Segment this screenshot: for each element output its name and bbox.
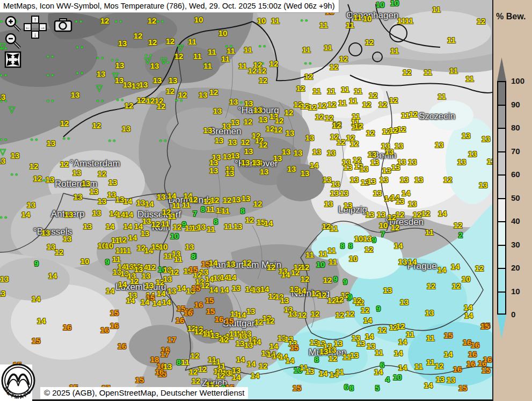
temp-value: 12 — [337, 138, 346, 146]
temp-value: 12 — [216, 371, 225, 380]
temp-value: 8 — [349, 384, 354, 392]
temp-value: 11 — [207, 225, 215, 233]
zoom-in-button[interactable] — [4, 15, 21, 34]
temp-value: 12 — [329, 354, 338, 362]
temp-value: 13 — [203, 126, 213, 134]
temp-value: 16 — [118, 342, 127, 350]
temp-value: 14 — [394, 349, 403, 357]
temp-value: 11 — [324, 43, 332, 52]
temp-value: 10 — [363, 14, 372, 23]
drizzle-symbol-icon: ●● — [76, 45, 85, 50]
temp-value: 9 — [343, 278, 347, 286]
temp-value: 14 — [398, 363, 407, 371]
temp-value: 11 — [329, 258, 337, 266]
temp-value: 11 — [208, 48, 216, 56]
temp-value: 14 — [128, 234, 137, 242]
temp-value: 13 — [344, 163, 353, 171]
temp-value: 11 — [203, 62, 212, 70]
pan-right-button[interactable]: → — [39, 23, 47, 31]
drizzle-symbol-icon: ●● — [76, 71, 85, 76]
temp-value: 13 — [228, 138, 237, 146]
fullscreen-button[interactable] — [4, 51, 21, 70]
temp-value: 13 — [118, 39, 127, 47]
temp-value: 7 — [381, 230, 385, 238]
temp-value: 9 — [376, 304, 381, 312]
scale-segment — [497, 268, 506, 291]
metmaps-logo[interactable]: METMAPS — [0, 358, 40, 401]
temp-value: 10 — [379, 221, 388, 229]
scale-tick-label: 0 — [511, 310, 515, 319]
temp-value: 10 — [257, 17, 266, 25]
temp-value: 11 — [244, 46, 252, 54]
zoom-out-magnifier-icon — [4, 32, 21, 49]
temp-value: 12 — [389, 126, 398, 134]
temp-value: 8 — [315, 355, 319, 363]
temp-value: 13 — [287, 165, 296, 173]
temp-value: 13 — [462, 132, 471, 140]
temp-value: 10 — [349, 254, 358, 263]
temp-value: 12 — [253, 200, 263, 208]
temp-value: 12 — [220, 336, 229, 344]
temp-value: 13 — [163, 275, 172, 283]
temp-value: 12 — [269, 60, 279, 68]
temp-value: 12 — [275, 116, 284, 125]
temp-value: 11 — [327, 87, 336, 95]
temp-value: 12 — [146, 97, 155, 105]
map-canvas[interactable]: ●●●●●●●●●●●●●●●●●●●●●●●●●●●●●●●●●●●●●●●●… — [0, 0, 492, 401]
temp-value: 11 — [432, 5, 441, 13]
temp-value: 13 — [350, 176, 359, 184]
temp-value: 10 — [376, 1, 385, 9]
scale-tick-label: 40 — [511, 216, 520, 225]
temp-value: 14 — [252, 338, 261, 346]
temp-value: 12 — [198, 365, 207, 373]
scale-segment — [497, 245, 506, 268]
legend-sidebar: % Bew. 1009080706050403020100 — [492, 0, 532, 401]
temp-value: 13 — [391, 163, 400, 171]
temp-value: 13 — [139, 81, 148, 89]
temp-value: 12 — [454, 221, 463, 229]
temp-value: 12 — [148, 38, 157, 46]
temp-value: 12 — [332, 121, 341, 129]
temp-value: 14 — [438, 209, 447, 217]
temp-value: 12 — [189, 368, 198, 376]
attribution[interactable]: © 2025 (AGB), OpenStreetMap, Deutscher W… — [40, 387, 248, 399]
temp-value: 9 — [348, 293, 352, 301]
pan-down-button[interactable]: ↓ — [31, 31, 39, 39]
pan-up-icon: ↑ — [34, 17, 37, 23]
pan-up-button[interactable]: ↑ — [31, 16, 39, 24]
temp-value: 15 — [293, 384, 302, 392]
temp-value: 11 — [341, 85, 349, 93]
snapshot-button[interactable] — [54, 18, 73, 35]
temp-value: 11 — [161, 220, 170, 228]
zoom-out-button[interactable] — [4, 32, 21, 52]
temp-value: 13 — [169, 76, 178, 84]
temp-value: 13 — [280, 296, 289, 304]
drizzle-symbol-icon: ●● — [47, 54, 56, 59]
temp-value: 13 — [468, 150, 477, 158]
temp-value: 14 — [319, 369, 328, 377]
temp-value: 13 — [153, 76, 162, 84]
temp-value: 14 — [228, 273, 237, 281]
temp-value: 12 — [353, 296, 362, 304]
drizzle-symbol-icon: ●● — [47, 73, 56, 78]
temp-value: 13 — [244, 341, 253, 349]
temp-value: 11 — [401, 111, 410, 119]
temp-value: 12 — [389, 96, 398, 104]
temp-value: 11 — [426, 334, 435, 342]
temp-value: 11 — [193, 52, 202, 60]
shower-arrow-icon: ▽ — [9, 105, 15, 113]
temp-value: 11 — [271, 17, 280, 25]
temp-value: 15 — [32, 337, 41, 345]
temp-value: 11 — [208, 355, 216, 363]
temp-value: 13 — [253, 106, 263, 114]
temp-value: 15 — [206, 307, 215, 315]
temp-value: 14 — [177, 284, 186, 292]
temp-value: 12 — [194, 327, 203, 336]
temp-value: 13 — [232, 284, 241, 292]
temp-value: 13 — [236, 339, 245, 347]
temp-value: 11 — [181, 358, 190, 366]
temp-value: 14 — [394, 242, 403, 250]
temp-value: 11 — [174, 255, 183, 263]
pan-left-button[interactable]: ← — [24, 23, 32, 31]
temp-value: 13 — [0, 93, 5, 101]
